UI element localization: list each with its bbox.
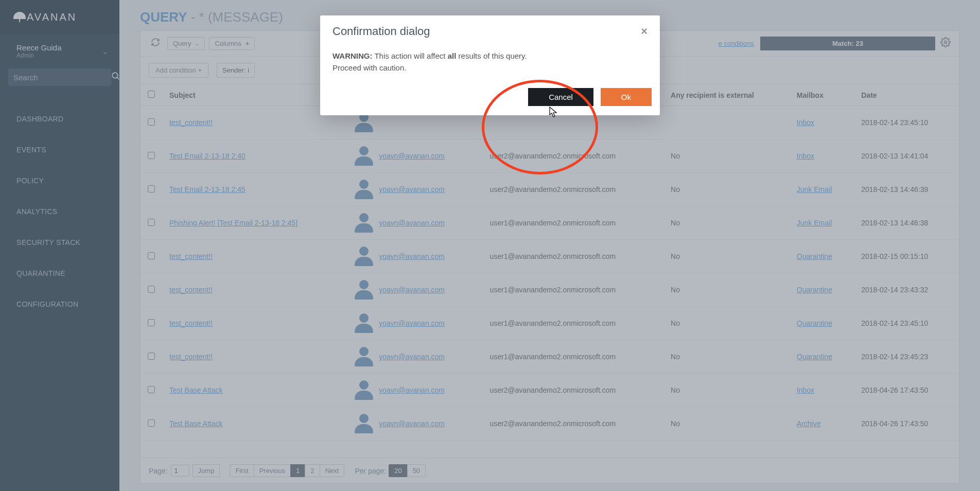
close-icon[interactable]: × xyxy=(641,26,647,37)
modal-title: Confirmation dialog xyxy=(332,25,641,38)
cancel-button[interactable]: Cancel xyxy=(528,88,593,106)
warning-label: WARNING: xyxy=(332,51,373,60)
modal-body: WARNING: This action will affect all res… xyxy=(320,47,660,83)
ok-button[interactable]: Ok xyxy=(601,88,652,106)
confirmation-dialog: Confirmation dialog × WARNING: This acti… xyxy=(320,15,660,115)
modal-overlay[interactable]: Confirmation dialog × WARNING: This acti… xyxy=(0,0,980,491)
